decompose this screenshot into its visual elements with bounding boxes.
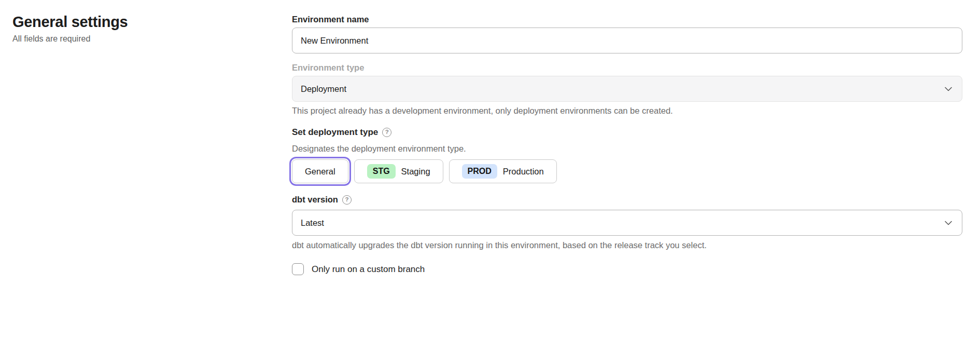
page-subtitle: All fields are required	[12, 34, 90, 44]
deployment-type-option-production[interactable]: PROD Production	[449, 159, 557, 183]
deployment-type-option-label: Staging	[401, 167, 430, 177]
dbt-version-helper: dbt automatically upgrades the dbt versi…	[292, 240, 707, 250]
help-icon[interactable]: ?	[382, 128, 391, 137]
help-icon[interactable]: ?	[342, 195, 352, 205]
custom-branch-label: Only run on a custom branch	[312, 264, 425, 275]
dbt-version-select[interactable]: Latest	[292, 210, 962, 236]
environment-type-helper: This project already has a development e…	[292, 106, 673, 116]
environment-type-label: Environment type	[292, 63, 364, 73]
chevron-down-icon	[944, 219, 953, 227]
dbt-version-value: Latest	[301, 218, 324, 228]
page-title: General settings	[12, 13, 128, 31]
deployment-type-label: Set deployment type	[292, 127, 378, 138]
dbt-version-label-row: dbt version ?	[292, 195, 352, 205]
general-settings-page: General settings All fields are required…	[0, 0, 980, 352]
deployment-type-options: General STG Staging PROD Production	[292, 159, 557, 183]
custom-branch-checkbox[interactable]	[292, 263, 304, 275]
deployment-type-option-staging[interactable]: STG Staging	[354, 159, 443, 183]
settings-form: Environment name Environment type Deploy…	[292, 0, 962, 352]
environment-type-value: Deployment	[301, 84, 346, 94]
custom-branch-row[interactable]: Only run on a custom branch	[292, 263, 425, 275]
deployment-type-option-label: General	[305, 167, 335, 177]
deployment-type-option-general[interactable]: General	[292, 159, 348, 183]
chevron-down-icon	[944, 85, 953, 93]
deployment-type-helper: Designates the deployment environment ty…	[292, 144, 466, 154]
environment-type-select: Deployment	[292, 76, 962, 102]
environment-name-label: Environment name	[292, 15, 369, 24]
deployment-type-option-label: Production	[503, 167, 544, 177]
staging-badge: STG	[367, 164, 396, 179]
dbt-version-label: dbt version	[292, 195, 338, 205]
deployment-type-label-row: Set deployment type ?	[292, 127, 391, 138]
production-badge: PROD	[462, 164, 497, 179]
environment-name-input[interactable]	[292, 28, 962, 53]
